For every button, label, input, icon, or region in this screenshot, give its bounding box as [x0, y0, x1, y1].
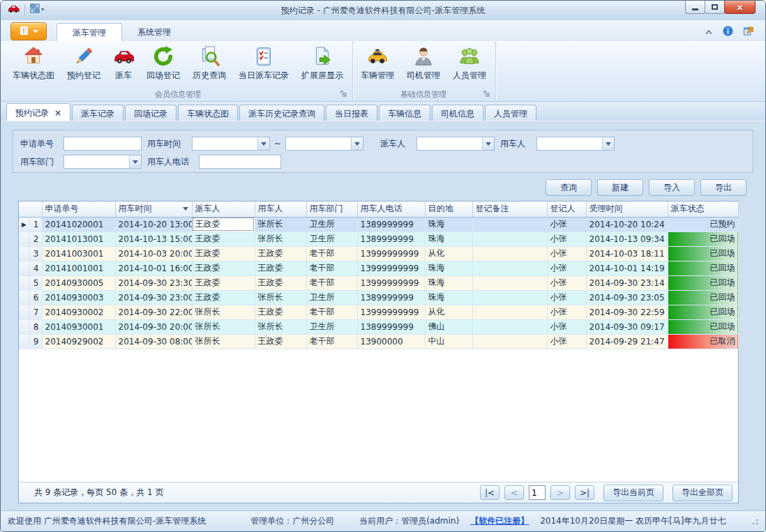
data-cell[interactable]: 20140930002	[42, 305, 115, 319]
data-cell[interactable]: 20141003001	[42, 246, 115, 261]
ribbon-button[interactable]: 人员管理	[446, 43, 493, 89]
data-cell[interactable]: 13999999999	[357, 305, 425, 319]
app-menu-button[interactable]	[10, 22, 47, 40]
column-header[interactable]: 用车时间	[115, 202, 192, 217]
data-cell[interactable]: 老干部	[306, 334, 357, 349]
data-cell[interactable]: 2014-10-03 20:00	[115, 246, 192, 261]
data-cell[interactable]: 20140930001	[42, 319, 115, 334]
dialog-launcher-icon[interactable]	[340, 90, 347, 100]
column-header[interactable]: 登记人	[547, 202, 586, 217]
data-cell[interactable]: 13999999999	[357, 246, 425, 261]
data-cell[interactable]: 王政委	[255, 305, 306, 319]
document-tab[interactable]: 当日报表	[326, 105, 377, 121]
new-button[interactable]: 新建	[597, 179, 643, 196]
data-cell[interactable]: 2014-09-30 08:00	[115, 334, 192, 349]
ribbon-button[interactable]: 司机管理	[400, 43, 446, 89]
document-tab[interactable]: 车辆信息	[379, 105, 430, 121]
data-cell[interactable]: 珠海	[425, 217, 472, 231]
ribbon-button[interactable]: 派车	[107, 43, 140, 89]
page-number-input[interactable]	[529, 485, 546, 500]
data-cell[interactable]: 王政委	[255, 261, 306, 275]
data-cell[interactable]	[472, 231, 547, 246]
data-cell[interactable]: 张所长	[192, 319, 255, 334]
column-header[interactable]: 用车部门	[306, 202, 357, 217]
collapse-ribbon-button[interactable]	[705, 27, 713, 37]
table-row[interactable]: 3201410030012014-10-03 20:00王政委王政委老干部139…	[19, 246, 738, 261]
table-row[interactable]: 8201409300012014-09-30 20:00张所长张所长卫生所138…	[19, 319, 738, 334]
export-button[interactable]: 导出	[700, 179, 746, 196]
data-cell[interactable]: 王政委	[192, 261, 255, 275]
data-cell[interactable]: 张所长	[255, 231, 306, 246]
ribbon-button[interactable]: 车辆管理	[354, 43, 400, 89]
data-cell[interactable]: 小张	[547, 319, 586, 334]
table-row[interactable]: 5201409300052014-09-30 23:30王政委王政委老干部139…	[19, 275, 738, 290]
maximize-button[interactable]	[705, 1, 725, 14]
use-time-from-select[interactable]	[192, 137, 270, 151]
document-tab[interactable]: 回场记录	[125, 105, 177, 121]
data-cell[interactable]: 小张	[547, 305, 586, 319]
resize-grip-icon[interactable]	[751, 518, 758, 525]
data-cell[interactable]: 2014-10-20 10:24	[586, 217, 668, 231]
document-tab[interactable]: 人员管理	[485, 105, 536, 121]
data-cell[interactable]: 2014-10-01 16:00	[115, 261, 192, 275]
dropdown-button[interactable]	[351, 137, 363, 150]
data-cell[interactable]: 20141013001	[42, 231, 115, 246]
data-cell[interactable]: 中山	[425, 334, 472, 349]
ribbon-button[interactable]: 历史查询	[186, 43, 232, 89]
column-header[interactable]: 用车人	[255, 202, 306, 217]
data-cell[interactable]	[472, 217, 547, 231]
ribbon-button[interactable]: 扩展屏显示	[295, 43, 350, 89]
data-cell[interactable]: 老干部	[306, 246, 357, 261]
data-cell[interactable]: 20140929002	[42, 334, 115, 349]
data-cell[interactable]: 小张	[547, 261, 586, 275]
data-cell[interactable]: 张所长	[255, 217, 306, 231]
data-cell[interactable]: 13999999999	[357, 275, 425, 290]
data-cell[interactable]: 王政委	[255, 334, 306, 349]
data-cell[interactable]: 20140930003	[42, 290, 115, 305]
table-row[interactable]: 2201410130012014-10-13 15:00王政委张所长卫生所138…	[19, 231, 738, 246]
table-row[interactable]: 4201410010012014-10-01 16:00王政委王政委老干部139…	[19, 261, 738, 275]
data-cell[interactable]: 老干部	[306, 305, 357, 319]
data-cell[interactable]: 从化	[425, 305, 472, 319]
prev-page-button[interactable]: <	[504, 485, 524, 500]
request-no-input[interactable]	[63, 137, 142, 151]
data-cell[interactable]: 张所长	[255, 319, 306, 334]
ribbon-tab[interactable]: 系统管理	[122, 23, 186, 41]
column-header[interactable]: 派车状态	[668, 202, 738, 217]
data-cell[interactable]: 张所长	[192, 305, 255, 319]
export-all-pages-button[interactable]: 导出全部页	[673, 485, 733, 501]
data-cell[interactable]: 王政委	[192, 275, 255, 290]
column-header[interactable]: 派车人	[192, 202, 255, 217]
data-cell[interactable]: 卫生所	[306, 231, 357, 246]
data-cell[interactable]: 2014-10-13 09:34	[586, 231, 668, 246]
data-cell[interactable]: 王政委	[192, 217, 255, 231]
data-cell[interactable]: 2014-09-29 21:47	[586, 334, 668, 349]
document-tab[interactable]: 派车记录	[72, 105, 123, 121]
data-cell[interactable]	[472, 275, 547, 290]
data-cell[interactable]: 2014-09-30 23:30	[115, 275, 192, 290]
dept-select[interactable]	[63, 155, 142, 169]
data-cell[interactable]: 20140930005	[42, 275, 115, 290]
data-cell[interactable]: 2014-09-30 23:14	[586, 275, 668, 290]
data-cell[interactable]: 王政委	[255, 275, 306, 290]
document-tab[interactable]: 司机信息	[432, 105, 483, 121]
data-cell[interactable]: 从化	[425, 246, 472, 261]
user-select[interactable]	[536, 137, 615, 151]
data-cell[interactable]: 王政委	[192, 290, 255, 305]
phone-input[interactable]	[199, 155, 281, 169]
data-cell[interactable]: 2014-09-30 22:00	[115, 305, 192, 319]
column-header[interactable]: 受理时间	[586, 202, 668, 217]
data-cell[interactable]: 1389999999	[357, 319, 425, 334]
data-cell[interactable]: 2014-10-13 15:00	[115, 231, 192, 246]
data-cell[interactable]: 小张	[547, 275, 586, 290]
data-cell[interactable]: 小张	[547, 217, 586, 231]
ribbon-button[interactable]: 车辆状态图	[6, 43, 61, 89]
document-tab[interactable]: 车辆状态图	[178, 105, 238, 121]
info-button[interactable]	[723, 26, 733, 38]
export-current-page-button[interactable]: 导出当前页	[603, 485, 663, 501]
data-cell[interactable]: 13900000	[357, 334, 425, 349]
close-tab-icon[interactable]: ×	[54, 108, 61, 118]
data-cell[interactable]	[472, 290, 547, 305]
data-cell[interactable]: 卫生所	[306, 217, 357, 231]
data-cell[interactable]: 佛山	[425, 319, 472, 334]
